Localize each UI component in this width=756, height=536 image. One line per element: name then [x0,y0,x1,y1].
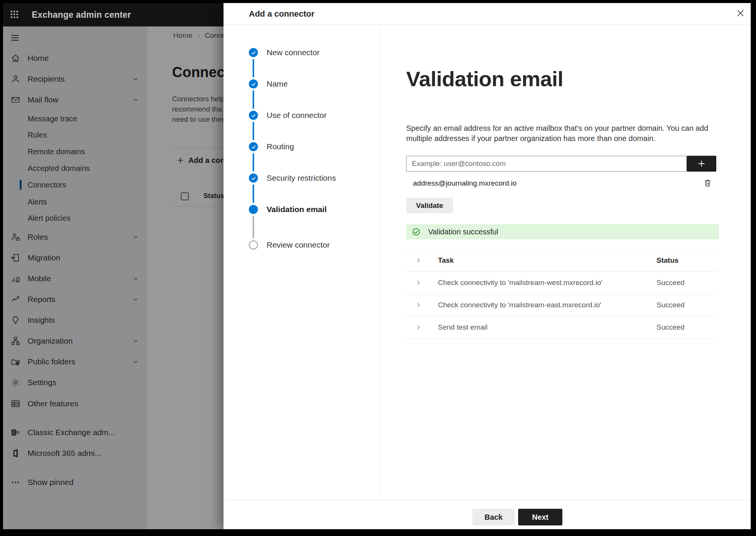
delete-address-button[interactable] [703,178,713,188]
wizard-step-circle-new-connector[interactable] [249,48,258,57]
email-address-input[interactable] [406,156,687,172]
waffle-icon [9,9,19,19]
task-cell: Check connectivity to 'mailstream-west.m… [438,279,602,287]
step-connector-line [253,122,254,140]
trash-icon [703,178,712,187]
task-row: Check connectivity to 'mailstream-east.m… [405,294,717,316]
task-cell: Send test email [438,323,487,332]
step-heading: Validation email [406,67,563,91]
success-check-icon [412,228,421,236]
wizard-step-label-validation-email[interactable]: Validation email [267,205,327,214]
app-launcher-waffle-icon[interactable] [9,9,20,20]
wizard-step-circle-security-restrictions[interactable] [249,174,258,183]
panel-footer-divider [224,500,751,500]
wizard-step-circle-name[interactable] [249,79,258,88]
task-row: Send test emailSucceed [405,316,717,339]
close-icon [736,8,745,18]
next-button[interactable]: Next [518,509,562,525]
wizard-step-circle-validation-email[interactable] [249,205,258,214]
task-column-header: Task [438,256,454,265]
wizard-step-label-review-connector[interactable]: Review connector [267,240,330,249]
add-email-button[interactable] [687,156,716,172]
step-connector-line [253,216,254,239]
check-icon [251,50,256,56]
wizard-step-circle-use-of-connector[interactable] [249,111,258,120]
step-description-line: multiple addresses if your partner organ… [406,133,708,144]
validation-success-banner: Validation successful [406,224,719,239]
wizard-step-label-security-restrictions[interactable]: Security restrictions [267,174,336,183]
check-icon [251,81,256,87]
panel-title: Add a connector [249,3,315,25]
status-cell: Succeed [657,279,685,287]
validation-success-text: Validation successful [428,228,498,236]
status-column-header: Status [657,256,678,265]
check-icon [251,175,256,181]
step-description: Specify an email address for an active m… [406,123,708,144]
step-connector-line [253,90,254,109]
plus-icon [697,159,706,168]
panel-header: Add a connector [224,3,751,25]
step-description-line: Specify an email address for an active m… [406,123,708,133]
step-connector-line [253,184,254,203]
status-cell: Succeed [657,323,685,332]
task-table-header-row: Task Status [405,249,717,272]
expand-row-chevron-icon [415,302,422,308]
validation-task-table: Task Status Check connectivity to 'mails… [405,249,717,339]
close-panel-button[interactable] [735,8,746,19]
app-title: Exchange admin center [32,3,131,26]
check-icon [251,113,256,118]
added-address-text: address@journaling.mxrecord.io [413,179,517,187]
task-cell: Check connectivity to 'mailstream-east.m… [438,301,601,309]
check-icon [251,144,256,150]
step-connector-line [253,153,254,172]
status-cell: Succeed [657,301,685,309]
wizard-step-label-routing[interactable]: Routing [267,142,294,151]
wizard-step-label-name[interactable]: Name [267,79,288,88]
steps-content-divider [380,25,381,500]
back-button[interactable]: Back [472,509,515,525]
add-connector-panel: Add a connector New connectorNameUse of … [224,3,751,529]
wizard-step-label-new-connector[interactable]: New connector [267,48,320,57]
wizard-step-circle-review-connector[interactable] [249,240,258,249]
validate-button[interactable]: Validate [406,198,453,213]
app-window: Exchange admin center HomeRecipientsMail… [3,3,751,529]
step-connector-line [253,59,254,77]
added-address-row: address@journaling.mxrecord.io [406,178,719,189]
expand-all-chevron-icon[interactable] [415,257,422,264]
wizard-step-label-use-of-connector[interactable]: Use of connector [267,111,327,120]
wizard-step-circle-routing[interactable] [249,142,258,151]
expand-row-chevron-icon [415,280,422,286]
task-row: Check connectivity to 'mailstream-west.m… [405,272,717,294]
expand-row-chevron-icon [415,324,422,331]
